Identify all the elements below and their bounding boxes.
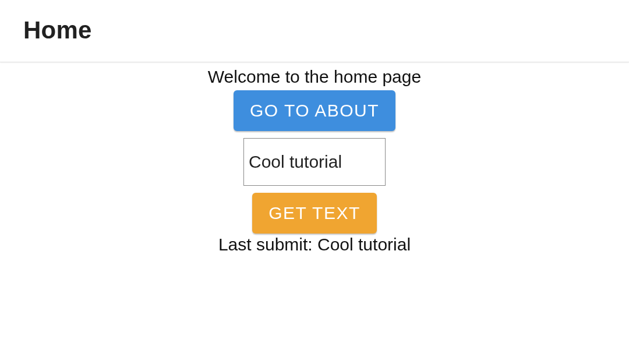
last-submit-prefix: Last submit:: [218, 235, 317, 254]
main-content: Welcome to the home page GO TO ABOUT GET…: [0, 62, 629, 255]
last-submit-text: Last submit: Cool tutorial: [218, 235, 411, 255]
page-title: Home: [23, 16, 606, 44]
last-submit-value: Cool tutorial: [317, 235, 411, 254]
get-text-button[interactable]: GET TEXT: [252, 193, 377, 234]
welcome-text: Welcome to the home page: [208, 67, 421, 87]
text-input[interactable]: [243, 138, 386, 186]
go-to-about-button[interactable]: GO TO ABOUT: [234, 90, 395, 131]
app-header: Home: [0, 0, 629, 62]
